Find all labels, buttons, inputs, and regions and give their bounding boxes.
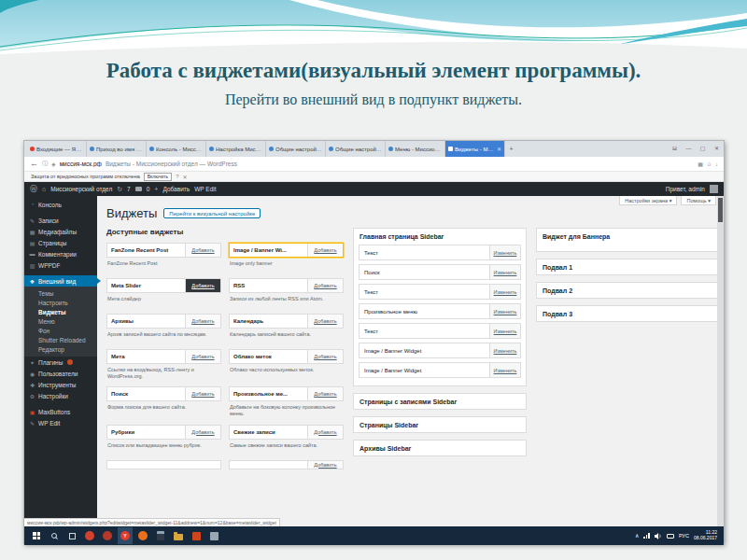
sidebar-item-wppdf[interactable]: ▥WPPDF <box>24 259 97 271</box>
sidebar-widget-row[interactable]: ПоискИзменить <box>359 264 521 280</box>
volume-icon[interactable] <box>655 533 662 539</box>
widget-add-button[interactable]: Добавить <box>185 387 220 400</box>
collapsed-sidebar-panel[interactable]: Страницы с записями Sidebar <box>353 393 527 410</box>
enable-protection-button[interactable]: Включить <box>144 173 172 181</box>
widget-tile[interactable]: Image / Banner Wi...Добавить <box>229 243 344 258</box>
widget-edit-button[interactable]: Изменить <box>489 245 520 259</box>
keyboard-icon[interactable] <box>667 534 674 539</box>
wp-edit-link[interactable]: WP Edit <box>194 186 216 192</box>
clock[interactable]: 11:22 08.06.2017 <box>694 530 717 541</box>
back-button[interactable]: ← <box>30 160 38 168</box>
sidebar-item-tools[interactable]: ✚Инструменты <box>24 379 97 390</box>
updates-count[interactable]: 7 <box>127 186 131 192</box>
browser-tab-console[interactable]: Консоль - Миссионерский <box>147 141 206 157</box>
tab-panel-icon[interactable]: ⊟ <box>668 141 682 157</box>
tab-close-icon[interactable]: ✕ <box>497 146 501 152</box>
sidebar-item-maxbuttons[interactable]: ▣MaxButtons <box>24 406 97 417</box>
widget-tile[interactable]: Произвольное ме...Добавить <box>229 386 344 401</box>
banner-widget-panel[interactable]: Виджет для Баннера <box>536 228 718 252</box>
sidebar-item-appearance[interactable]: ❖Внешний вид <box>24 275 97 287</box>
greeting-text[interactable]: Привет, admin <box>666 186 705 192</box>
widget-edit-button[interactable]: Изменить <box>489 363 520 377</box>
widget-tile[interactable]: КалендарьДобавить <box>229 314 344 329</box>
sidebar-item-pages[interactable]: ▤Страницы <box>24 237 97 248</box>
browser-tab-widgets-active[interactable]: Виджеты - Миссионер✕ <box>445 141 505 157</box>
sidebar-item-media[interactable]: ▦Медиафайлы <box>24 226 97 237</box>
widget-tile[interactable]: РубрикиДобавить <box>106 425 221 440</box>
help-icon[interactable]: ? <box>176 174 178 179</box>
site-name-link[interactable]: Миссионерский отдел <box>50 186 112 192</box>
gray-app-button[interactable] <box>206 527 221 544</box>
sidebar-widget-row[interactable]: Произвольное менюИзменить <box>359 303 521 319</box>
widget-edit-button[interactable]: Изменить <box>489 324 520 338</box>
footer-1-panel[interactable]: Подвал 1 <box>536 259 718 275</box>
widget-tile[interactable]: FanZone Recent PostДобавить <box>106 243 221 258</box>
sidebar-item-posts[interactable]: ✎Записи <box>24 215 97 226</box>
footer-3-panel[interactable]: Подвал 3 <box>536 305 718 322</box>
avatar[interactable] <box>710 185 718 193</box>
site-info-icon[interactable]: ⓘ <box>42 160 48 168</box>
browser-tab-settings-2[interactable]: Общие настройки - Мисс <box>326 141 386 157</box>
visual-customize-button[interactable]: Перейти к визуальной настройке <box>163 208 261 218</box>
widget-tile[interactable]: МетаДобавить <box>106 349 221 364</box>
browser-tab-site[interactable]: Приход во имя преподоб <box>87 141 147 157</box>
sidebar-widget-row[interactable]: Image / Banner WidgetИзменить <box>359 362 521 378</box>
wordpress-logo-icon[interactable]: Ⓦ <box>30 186 37 193</box>
widget-tile[interactable]: Добавить <box>229 460 344 469</box>
widget-edit-button[interactable]: Изменить <box>489 343 520 357</box>
widget-tile[interactable]: ПоискДобавить <box>106 386 221 401</box>
sidebar-item-comments[interactable]: ▬Комментарии <box>24 248 97 259</box>
maximize-button[interactable]: ▢ <box>696 141 710 157</box>
start-button[interactable] <box>29 527 44 544</box>
widget-add-button[interactable]: Добавить <box>307 315 343 328</box>
task-view-button[interactable] <box>64 527 79 544</box>
sidebar-widget-row[interactable]: Image / Banner WidgetИзменить <box>359 343 521 358</box>
office-app-button[interactable] <box>189 527 204 544</box>
submenu-item-menus[interactable]: Меню <box>24 316 97 326</box>
explorer-app-button[interactable] <box>171 527 186 544</box>
browser-tab-settings-1[interactable]: Общие настройки - Мисс <box>266 141 326 157</box>
submenu-item-editor[interactable]: Редактор <box>24 344 97 354</box>
new-content-link[interactable]: Добавить <box>162 186 190 192</box>
opera-app-button[interactable] <box>82 527 97 544</box>
widget-tile[interactable]: Облако метокДобавить <box>229 349 344 364</box>
help-button[interactable]: Помощь ▾ <box>681 196 716 205</box>
screen-options-button[interactable]: Настройки экрана ▾ <box>619 196 677 205</box>
widget-add-button[interactable]: Добавить <box>307 279 343 292</box>
browser-tab-customize[interactable]: Настройка Миссионерск <box>206 141 266 157</box>
close-notification-icon[interactable]: ✕ <box>183 174 188 180</box>
browser-scrollbar[interactable] <box>717 196 724 526</box>
collapsed-sidebar-panel[interactable]: Архивы Sidebar <box>353 440 527 456</box>
language-indicator[interactable]: РУС <box>679 533 689 539</box>
shield-icon[interactable]: ◈ <box>51 161 56 167</box>
comments-count[interactable]: 0 <box>147 186 150 192</box>
browser-tab-menu[interactable]: Меню - Миссионерский о <box>386 141 445 157</box>
sidebar-item-users[interactable]: ◉Пользователи <box>24 368 97 379</box>
red-app-button[interactable] <box>100 527 115 544</box>
sidebar-panel-title[interactable]: Главная страница Sidebar <box>354 229 526 244</box>
submenu-item-shutter-reloaded[interactable]: Shutter Reloaded <box>24 335 97 344</box>
sidebar-item-settings[interactable]: ⚙Настройки <box>24 390 97 401</box>
browser-tab-yandex-mail[interactable]: Входящие — Яндекс.Почта <box>27 141 87 157</box>
submenu-item-widgets-active[interactable]: Виджеты <box>24 307 97 316</box>
widget-add-button[interactable]: Добавить <box>185 244 220 257</box>
sidebar-widget-row[interactable]: ТекстИзменить <box>359 284 521 300</box>
submenu-item-background[interactable]: Фон <box>24 326 97 335</box>
widget-tile[interactable]: Свежие записиДобавить <box>229 425 344 440</box>
sidebar-item-plugins[interactable]: ✦Плагины <box>24 357 97 368</box>
widget-tile[interactable]: АрхивыДобавить <box>106 314 221 329</box>
download-icon[interactable]: ↓ <box>715 161 718 167</box>
widget-edit-button[interactable]: Изменить <box>489 285 520 299</box>
widget-tile[interactable] <box>106 460 221 469</box>
yandex-browser-button-active[interactable]: Y <box>118 527 133 544</box>
submenu-item-themes[interactable]: Темы <box>24 288 97 298</box>
search-button[interactable] <box>47 527 62 544</box>
minimize-button[interactable]: — <box>682 141 696 157</box>
widget-add-button[interactable]: Добавить <box>307 244 343 257</box>
widget-add-button[interactable]: Добавить <box>307 350 343 363</box>
footer-2-panel[interactable]: Подвал 2 <box>536 282 718 299</box>
widget-tile[interactable]: Meta SliderДобавить <box>106 278 221 293</box>
close-button[interactable]: ✕ <box>710 141 724 157</box>
new-tab-button[interactable]: + <box>505 141 517 157</box>
tray-expand-icon[interactable]: ∧ <box>635 533 639 539</box>
